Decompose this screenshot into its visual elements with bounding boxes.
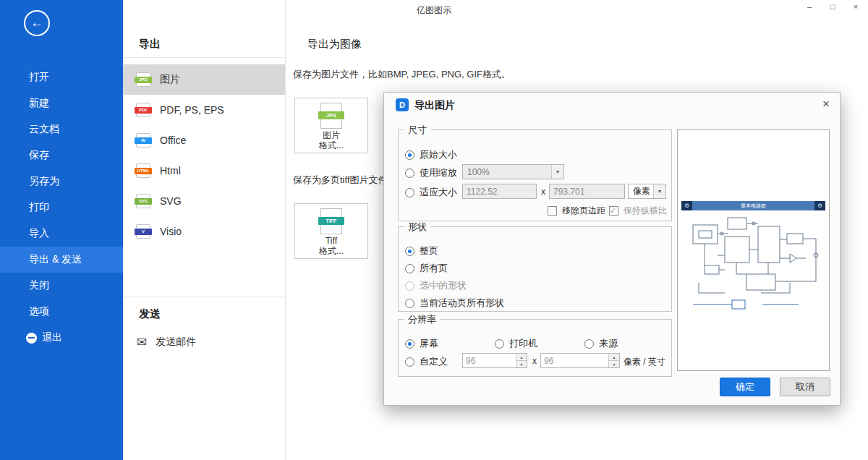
checkbox-remove-margin[interactable] <box>548 206 557 216</box>
send-section-title: 发送 <box>139 307 161 321</box>
radio-all-pages[interactable] <box>405 264 414 273</box>
dialog-close-icon[interactable]: × <box>822 97 830 111</box>
export-item-svg[interactable]: SVG SVG <box>123 186 285 216</box>
radio-label: 原始大小 <box>420 148 457 161</box>
shape-group-label: 形状 <box>404 221 430 232</box>
preview-title: 基本电路图 <box>692 201 814 210</box>
gear-icon: ⚙ <box>814 201 825 210</box>
radio-use-scale[interactable] <box>405 169 414 178</box>
image-format-description: 保存为图片文件，比如BMP, JPEG, PNG, GIF格式。 <box>293 68 511 81</box>
dpi-y-stepper[interactable]: ▲ ▼ <box>540 353 620 368</box>
export-item-pdf[interactable]: PDF PDF, PS, EPS <box>123 95 285 125</box>
export-item-visio[interactable]: V Visio <box>123 216 285 247</box>
radio-original-size[interactable] <box>405 150 414 160</box>
cancel-button[interactable]: 取消 <box>780 378 830 396</box>
caret-down-icon: ▾ <box>551 165 563 179</box>
height-input[interactable] <box>549 184 625 199</box>
unit-combobox[interactable]: 像素 ▾ <box>628 184 666 199</box>
sidebar-item-exit-label: 退出 <box>42 331 62 344</box>
back-arrow-icon: ← <box>31 16 43 30</box>
radio-custom[interactable] <box>405 357 414 367</box>
export-item-label: SVG <box>160 195 182 207</box>
radio-source[interactable] <box>584 339 594 349</box>
stepper-buttons[interactable]: ▲ ▼ <box>608 354 619 367</box>
dpi-unit-label: 像素 / 英寸 <box>624 356 665 368</box>
resolution-group: 分辨率 屏幕 打印机 来源 自定义 ▲ ▼ x ▲ <box>398 319 672 377</box>
sidebar-item-open[interactable]: 打开 <box>0 64 123 90</box>
sidebar-item-import[interactable]: 导入 <box>0 221 123 247</box>
unit-value: 像素 <box>629 185 653 197</box>
mail-icon: ✉ <box>137 336 147 349</box>
dpi-y-input[interactable] <box>541 354 608 367</box>
send-mail-label: 发送邮件 <box>156 336 196 349</box>
app-logo-icon: D <box>396 98 409 111</box>
send-mail-item[interactable]: ✉ 发送邮件 <box>123 331 285 353</box>
export-item-label: Visio <box>160 226 182 237</box>
checkbox-label: 保持纵横比 <box>624 205 667 217</box>
scale-combobox[interactable]: 100% ▾ <box>462 164 564 179</box>
sidebar-item-exit[interactable]: 退出 <box>0 325 123 351</box>
dpi-x-stepper[interactable]: ▲ ▼ <box>462 353 527 368</box>
export-format-list: JPG 图片 PDF PDF, PS, EPS W Office HTML Ht… <box>123 64 285 247</box>
jpg-big-icon: JPG <box>320 103 342 129</box>
step-down-icon[interactable]: ▼ <box>609 361 619 367</box>
gear-icon: ⚙ <box>681 201 692 210</box>
tiff-format-card[interactable]: TIFF Tiff 格式... <box>294 203 368 259</box>
preview-panel: ⚙ 基本电路图 ⚙ <box>677 129 830 371</box>
image-format-card[interactable]: JPG 图片 格式... <box>294 98 368 153</box>
size-group-label: 尺寸 <box>404 124 430 135</box>
card-label: 格式... <box>295 246 367 256</box>
checkbox-keep-ratio[interactable]: ✓ <box>609 206 618 216</box>
jpg-file-icon: JPG <box>136 72 150 87</box>
maximize-icon[interactable]: □ <box>827 2 838 11</box>
preview-title-band: ⚙ 基本电路图 ⚙ <box>681 201 825 210</box>
close-icon[interactable]: × <box>851 2 861 11</box>
radio-active-page-shapes[interactable] <box>405 299 414 308</box>
export-item-label: PDF, PS, EPS <box>160 104 224 116</box>
checkbox-label: 移除页边距 <box>562 205 605 217</box>
minimize-icon[interactable]: – <box>804 2 814 11</box>
radio-label: 整页 <box>420 244 438 257</box>
radio-whole-page[interactable] <box>405 247 414 256</box>
sidebar-item-cloud-docs[interactable]: 云文档 <box>0 116 123 142</box>
sidebar-item-options[interactable]: 选项 <box>0 299 123 325</box>
radio-label: 选中的形状 <box>420 279 467 292</box>
sidebar-item-save-as[interactable]: 另存为 <box>0 169 123 195</box>
pdf-file-icon: PDF <box>136 103 150 117</box>
ok-button[interactable]: 确定 <box>720 378 770 396</box>
radio-screen[interactable] <box>405 339 414 349</box>
sidebar-item-save[interactable]: 保存 <box>0 142 123 169</box>
stepper-buttons[interactable]: ▲ ▼ <box>516 354 527 367</box>
step-down-icon[interactable]: ▼ <box>516 361 527 367</box>
divider <box>123 297 285 297</box>
width-input[interactable] <box>462 184 537 199</box>
html-file-icon: HTML <box>136 163 150 178</box>
radio-label: 所有页 <box>420 262 448 275</box>
export-item-html[interactable]: HTML Html <box>123 156 285 186</box>
radio-fit-size[interactable] <box>405 188 414 197</box>
export-item-image[interactable]: JPG 图片 <box>123 64 285 95</box>
card-label: 格式... <box>295 140 367 150</box>
check-icon: ✓ <box>610 206 616 216</box>
step-up-icon[interactable]: ▲ <box>516 354 527 361</box>
sidebar-item-print[interactable]: 打印 <box>0 195 123 221</box>
export-item-label: Office <box>160 135 186 146</box>
divider <box>123 57 285 58</box>
card-label: 图片 <box>295 130 367 140</box>
dpi-x-input[interactable] <box>463 354 516 367</box>
radio-selected-shapes[interactable] <box>405 281 414 291</box>
export-item-office[interactable]: W Office <box>123 125 285 156</box>
sidebar-item-close[interactable]: 关闭 <box>0 273 123 299</box>
radio-printer[interactable] <box>495 339 504 349</box>
svg-file-icon: SVG <box>136 194 150 208</box>
back-button[interactable]: ← <box>24 10 50 36</box>
visio-file-icon: V <box>136 224 150 239</box>
preview-circuit-diagram <box>681 210 825 319</box>
sidebar-item-new[interactable]: 新建 <box>0 90 123 116</box>
radio-label: 屏幕 <box>420 337 438 350</box>
step-up-icon[interactable]: ▲ <box>609 354 619 361</box>
export-item-label: Html <box>160 165 181 176</box>
sidebar-item-export-send[interactable]: 导出 & 发送 <box>0 247 123 273</box>
page-title: 导出为图像 <box>307 38 362 51</box>
card-label: Tiff <box>295 236 367 246</box>
